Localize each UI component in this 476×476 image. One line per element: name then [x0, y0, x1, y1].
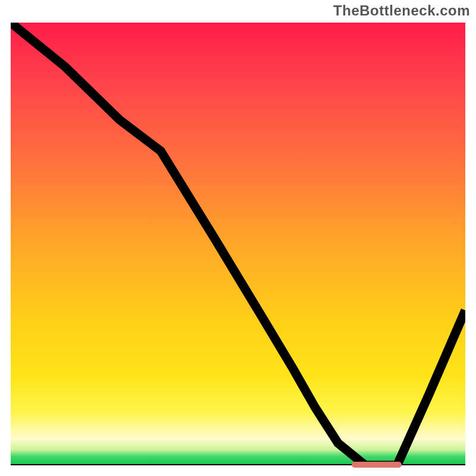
chart-container: TheBottleneck.com — [0, 0, 476, 476]
optimum-range-marker — [352, 462, 402, 468]
bottleneck-curve — [11, 23, 465, 465]
plot-area — [11, 23, 465, 465]
watermark-text: TheBottleneck.com — [333, 2, 470, 19]
